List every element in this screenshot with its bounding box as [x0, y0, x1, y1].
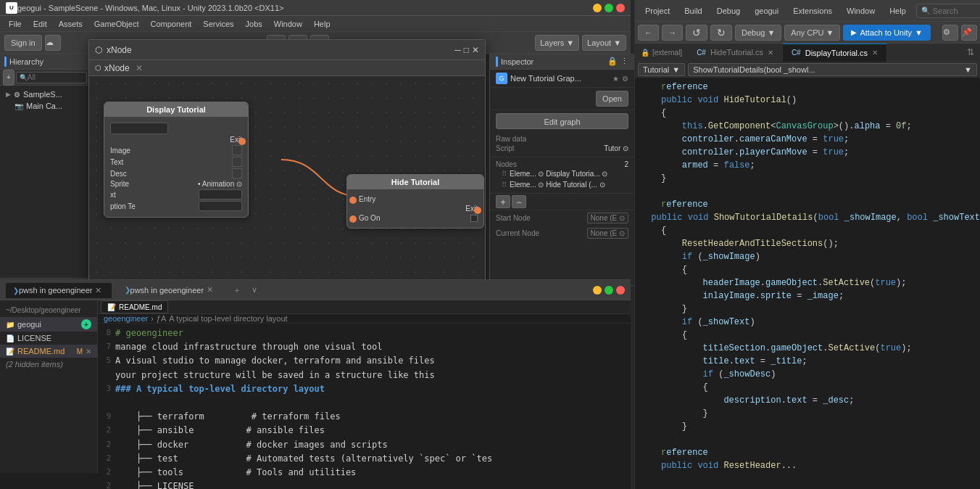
xnode-minimize[interactable]: ─ [454, 45, 461, 55]
start-node-value[interactable]: None (E ⊙ [587, 213, 628, 223]
vscode-menu-project[interactable]: Project [641, 7, 674, 15]
vscode-menu-window[interactable]: Window [842, 7, 879, 15]
hierarchy-search-input[interactable] [28, 73, 83, 81]
xnode-close[interactable]: ✕ [472, 45, 479, 55]
unity-title: geogui - SampleScene - Windows, Mac, Lin… [17, 4, 283, 12]
terminal-sidebar-item-license[interactable]: 📄 LICENSE [0, 332, 97, 345]
hierarchy-item-camera[interactable]: 📷 Main Ca... [0, 100, 90, 112]
add-icon[interactable]: + [81, 319, 91, 329]
inspector-menu-icon[interactable]: ⋮ [620, 57, 628, 66]
add-node-btn[interactable]: + [496, 195, 510, 208]
cpu-label: Any CPU [791, 28, 823, 37]
menu-edit[interactable]: Edit [28, 20, 53, 28]
vscode-search-input[interactable] [933, 7, 980, 15]
settings-button[interactable]: ⚙ [942, 25, 958, 41]
terminal-close-btn[interactable] [616, 286, 625, 295]
display-tutorial-input[interactable] [110, 123, 168, 134]
vscode-tab-hide[interactable]: C# HideTutorial.cs ✕ [688, 44, 783, 62]
tab-display-close[interactable]: ✕ [872, 49, 878, 57]
script-value[interactable]: Tutor ⊙ [604, 144, 628, 152]
forward-button[interactable]: → [662, 25, 683, 41]
exit-port[interactable] [238, 138, 246, 145]
go-on-port[interactable] [349, 215, 357, 223]
inspector-settings-icon[interactable]: ⚙ [622, 75, 628, 83]
hierarchy-search-box[interactable]: 🔍 [16, 72, 87, 83]
menu-gameobject[interactable]: GameObject [88, 20, 145, 28]
term-readme-tab[interactable]: 📝 README.md [101, 300, 168, 313]
tab-hide-close[interactable]: ✕ [768, 49, 773, 57]
menu-help[interactable]: Help [308, 20, 336, 28]
redo-button[interactable]: ↻ [710, 25, 732, 41]
terminal-minimize-btn[interactable] [593, 286, 602, 295]
menu-window[interactable]: Window [268, 20, 308, 28]
terminal-maximize-btn[interactable] [605, 286, 613, 295]
cloud-button[interactable]: ☁ [45, 35, 61, 51]
vscode-menu-help[interactable]: Help [885, 7, 910, 15]
vscode-menu-build[interactable]: Build [680, 7, 706, 15]
remove-node-btn[interactable]: − [512, 195, 526, 208]
sign-in-button[interactable]: Sign in [4, 35, 42, 51]
breadcrumb-root[interactable]: geoengineer [104, 314, 148, 323]
vscode-code-editor[interactable]: reference public void HideTutorial() { t… [635, 78, 980, 489]
hierarchy-item-sample[interactable]: ▶ ⚙ SampleS... [0, 89, 90, 100]
node-elem2[interactable]: ⠿ Eleme... ⊙ Hide Tutorial (... ⊙ [496, 179, 628, 190]
vscode-search-box[interactable]: 🔍 [916, 4, 980, 18]
menu-component[interactable]: Component [144, 20, 197, 28]
xnode-tab-close[interactable]: ✕ [136, 63, 143, 73]
terminal-collapse-btn[interactable]: ∨ [249, 284, 260, 296]
menu-file[interactable]: File [3, 20, 28, 28]
terminal-tab-1[interactable]: ❯ pwsh in geoengineer ✕ [6, 282, 112, 298]
pin-button[interactable]: 📌 [961, 25, 977, 41]
class-dropdown[interactable]: Tutorial ▼ [638, 63, 685, 76]
xnode-tab-label[interactable]: xNode [104, 63, 130, 73]
vscode-menu-geogui[interactable]: geogui [750, 7, 783, 15]
go-on-checkbox[interactable] [470, 215, 478, 222]
drag-handle-2: ⠿ [502, 181, 507, 189]
maximize-btn[interactable] [605, 4, 613, 12]
minimize-btn[interactable] [593, 4, 602, 12]
layout-dropdown[interactable]: Layout ▼ [582, 35, 626, 51]
line-num-5b [98, 369, 115, 382]
hide-tutorial-node[interactable]: Hide Tutorial Entry Exit Go On [346, 174, 484, 229]
terminal-tab-2[interactable]: ❯ pwsh in geoengineer ✕ [117, 282, 223, 298]
vscode-tab-sort-icon[interactable]: ⇅ [961, 47, 980, 57]
inspector-star-icon[interactable]: ★ [612, 75, 619, 83]
back-button[interactable]: ← [638, 25, 659, 41]
terminal-tab-close-2[interactable]: ✕ [204, 284, 215, 296]
terminal-tab-close-1[interactable]: ✕ [93, 284, 104, 296]
edit-graph-btn[interactable]: Edit graph [496, 113, 628, 129]
entry-port[interactable] [349, 197, 357, 204]
vscode-menu-extensions[interactable]: Extensions [789, 7, 836, 15]
vscode-tab-display[interactable]: C# DisplayTutorial.cs ✕ [783, 44, 887, 62]
open-button[interactable]: Open [596, 91, 628, 107]
hierarchy-tab-label[interactable]: Hierarchy [9, 57, 43, 66]
xnode-canvas[interactable]: Display Tutorial Exit Image Te [89, 76, 485, 285]
node-elem1[interactable]: ⠿ Eleme... ⊙ Display Tutoria... ⊙ [496, 168, 628, 179]
debug-mode-dropdown[interactable]: Debug ▼ [735, 25, 781, 41]
hierarchy-add-btn[interactable]: + [3, 70, 14, 86]
current-node-value[interactable]: None (E ⊙ [587, 228, 628, 239]
vscode-menu-debug[interactable]: Debug [713, 7, 744, 15]
terminal-new-tab-btn[interactable]: + [231, 284, 243, 296]
image-label: Image [110, 147, 130, 155]
xnode-maximize[interactable]: □ [464, 45, 469, 55]
hide-exit-port[interactable] [474, 207, 481, 214]
layers-dropdown[interactable]: Layers ▼ [535, 35, 579, 51]
attach-to-unity-button[interactable]: ▶ Attach to Unity ▼ [843, 25, 930, 41]
close-btn[interactable] [616, 4, 625, 12]
readme-close-icon[interactable]: ✕ [86, 348, 91, 356]
search-icon: 🔍 [921, 7, 930, 15]
term-line-2d: 2 ├── tools # Tools and utilities [98, 466, 631, 480]
display-tutorial-node[interactable]: Display Tutorial Exit Image Te [104, 102, 249, 218]
terminal-sidebar-item-geogui[interactable]: 📁 geogui + [0, 317, 97, 332]
cpu-dropdown[interactable]: Any CPU ▼ [784, 25, 840, 41]
menu-jobs[interactable]: Jobs [240, 20, 268, 28]
graph-title: New Tutorial Grap... [510, 74, 610, 83]
inspector-lock-icon[interactable]: 🔒 [607, 57, 618, 66]
undo-button[interactable]: ↺ [686, 25, 707, 41]
inspector-tab-label[interactable]: Inspector [501, 57, 533, 66]
terminal-sidebar-item-readme[interactable]: 📝 README.md M ✕ [0, 345, 97, 358]
method-dropdown[interactable]: ShowTutorialDetails(bool _showl... ▼ [688, 63, 977, 76]
menu-assets[interactable]: Assets [53, 20, 88, 28]
menu-services[interactable]: Services [197, 20, 239, 28]
